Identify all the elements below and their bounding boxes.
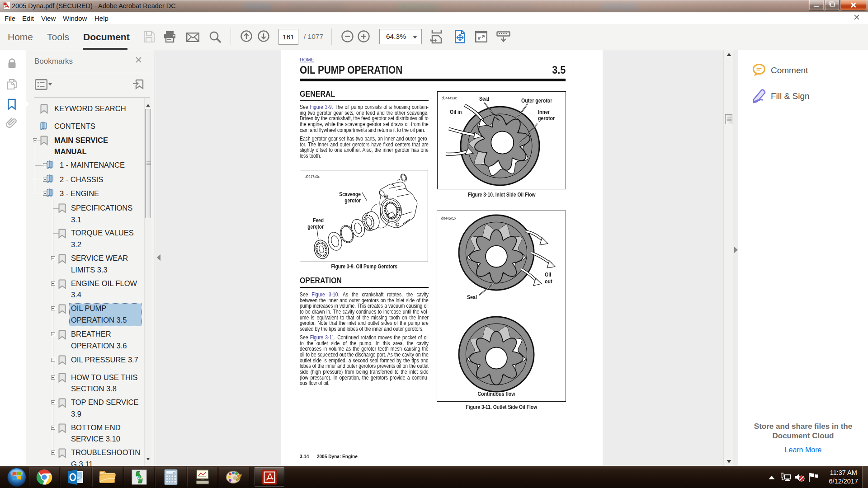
svg-text:N: N bbox=[136, 475, 140, 480]
svg-text:J: J bbox=[140, 475, 142, 480]
